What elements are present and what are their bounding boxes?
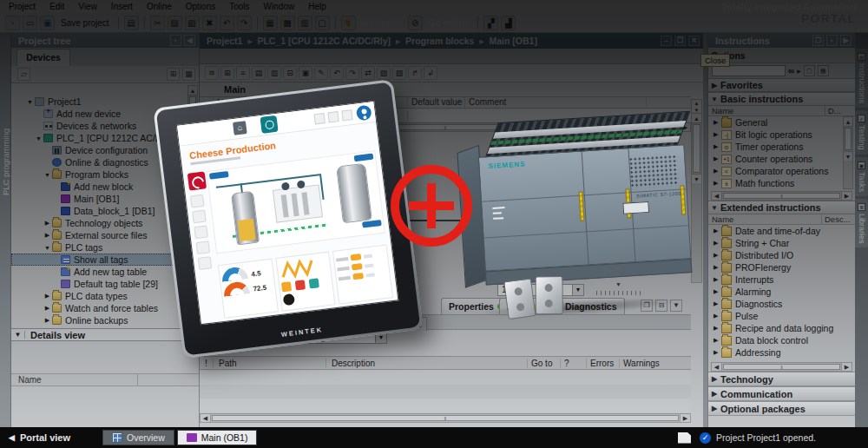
instruction-item[interactable]: -| Bit logic operations (708, 128, 855, 141)
tree-item[interactable]: ▶ Online backups (11, 314, 199, 326)
instruction-item[interactable]: Distributed I/O (708, 249, 855, 261)
severity-column-header[interactable]: ! (200, 359, 214, 368)
expand-all-icon[interactable]: ⊞ (167, 68, 180, 81)
instruction-item[interactable]: Addressing (708, 346, 855, 359)
minimize-icon[interactable]: – (661, 36, 672, 46)
scroll-up-icon[interactable]: ▲ (692, 114, 701, 123)
open-project-icon[interactable]: ▭ (23, 16, 37, 30)
collapsed-section[interactable]: ▶ Technology (708, 372, 855, 386)
delete-icon[interactable]: ✖ (202, 16, 217, 30)
pin-icon[interactable]: ▪ (826, 35, 838, 46)
save-project-label[interactable]: Save project (61, 18, 109, 28)
expander-icon[interactable] (713, 313, 721, 320)
pin-icon[interactable]: ▪ (170, 35, 181, 46)
undo-icon[interactable]: ↶ (220, 16, 234, 30)
expander-icon[interactable] (713, 168, 721, 175)
settings-icon[interactable]: ↲ (424, 66, 437, 80)
favorites-bar-icon[interactable]: ▥ (267, 66, 281, 80)
instruction-item[interactable]: String + Char (708, 237, 855, 249)
warnings-column-header[interactable]: Warnings (620, 359, 691, 368)
block-interface-icon[interactable]: ▤ (252, 66, 266, 80)
tab-overview[interactable]: Overview (102, 430, 174, 445)
expander-icon[interactable] (713, 337, 721, 344)
redo-edit-icon[interactable]: ↷ (345, 66, 359, 80)
menu-item[interactable]: Help (308, 2, 326, 11)
details-view-header[interactable]: ▼ Details view (11, 328, 199, 341)
breakpoint-icon[interactable]: ▨ (392, 66, 406, 80)
add-box-icon[interactable]: ⊞ (220, 66, 234, 80)
comment-column-header[interactable]: Comment (465, 97, 647, 108)
undo-edit-icon[interactable]: ↶ (330, 66, 344, 80)
basic-h-scrollbar[interactable]: ◀ ‖ ▶ (711, 191, 852, 201)
new-project-icon[interactable]: ▫ (5, 16, 20, 30)
scrollbar-thumb[interactable] (845, 128, 852, 150)
expander-icon[interactable]: ▶ (43, 232, 52, 239)
expander-icon[interactable]: ▶ (43, 293, 52, 300)
close-editor-icon[interactable]: ✕ (688, 36, 700, 46)
expander-icon[interactable] (713, 227, 721, 234)
expander-icon[interactable] (713, 252, 721, 259)
menu-item[interactable]: Online (147, 2, 172, 11)
expander-icon[interactable] (713, 180, 721, 187)
scroll-up-icon[interactable]: ▲ (188, 86, 197, 96)
scroll-left-icon[interactable]: ◀ (201, 414, 211, 422)
scroll-left-icon[interactable]: ◀ (712, 192, 722, 200)
instruction-item[interactable]: Date and time-of-day (708, 225, 855, 237)
restore-icon[interactable]: ❐ (674, 36, 686, 46)
absolute-operands-icon[interactable]: ▣ (299, 66, 312, 80)
task-card-tab[interactable]: ≣ Libraries (855, 199, 868, 248)
simulation-icon[interactable]: ▢ (315, 16, 330, 30)
expander-icon[interactable] (713, 300, 721, 307)
chevron-right-icon[interactable]: ▶ (797, 68, 801, 74)
tree-item[interactable]: ▶ Watch and force tables (11, 302, 199, 314)
breadcrumb-item[interactable]: Program blocks (405, 36, 489, 46)
split-view-icon[interactable]: ▲▼ (692, 100, 701, 114)
ladder-icon[interactable]: ≡ (236, 66, 250, 80)
expander-icon[interactable]: ▶ (43, 305, 52, 312)
errors-column-header[interactable]: Errors (587, 359, 620, 368)
expander-icon[interactable] (713, 276, 721, 283)
breadcrumb-item[interactable]: Main [OB1] (489, 36, 536, 46)
go-offline-icon[interactable]: ⊘ (408, 16, 423, 30)
paste-icon[interactable]: ▧ (185, 16, 200, 30)
scrollbar-thumb[interactable]: ‖ (212, 415, 679, 421)
expander-icon[interactable] (713, 155, 721, 162)
filter-view-icon[interactable]: ▢ (804, 65, 815, 76)
menu-item[interactable]: Window (264, 2, 295, 11)
copy-icon[interactable]: ▨ (168, 16, 182, 30)
call-env-icon[interactable]: ⇄ (361, 66, 375, 80)
float-panel-icon[interactable]: ❐ (812, 35, 824, 46)
expander-icon[interactable] (713, 240, 721, 247)
menu-item[interactable]: Options (186, 2, 215, 11)
section-extended-instructions[interactable]: ▼ Extended instructions (708, 201, 855, 214)
chevron-down-icon[interactable]: ▼ (11, 331, 25, 339)
expander-icon[interactable]: ▼ (43, 172, 52, 178)
device-view-icon[interactable]: ▥ (298, 16, 312, 30)
portal-view-button[interactable]: ◀ Portal view (0, 432, 102, 443)
scroll-right-icon[interactable]: ▶ (841, 363, 852, 371)
tree-item[interactable]: Add new tag table (11, 266, 199, 278)
menu-item[interactable]: Insert (111, 2, 133, 11)
expander-icon[interactable]: ▶ (43, 317, 52, 324)
go-online-icon[interactable]: ↯ (341, 16, 356, 30)
monitor-icon[interactable]: ▧ (377, 66, 391, 80)
task-card-tab[interactable]: ▣ Tasks (855, 157, 868, 196)
comment-icon[interactable]: ✎ (314, 66, 328, 80)
name-column[interactable]: Name (708, 106, 825, 115)
collapsed-section[interactable]: ▶ Optional packages (708, 401, 855, 416)
expander-icon[interactable]: ▼ (43, 245, 52, 251)
message-h-scrollbar[interactable]: ◀ ‖ ▶ (200, 413, 691, 423)
scroll-right-icon[interactable]: ▶ (841, 192, 852, 200)
expander-icon[interactable] (713, 288, 721, 295)
instruction-item[interactable]: ⊙ Timer operations (708, 141, 855, 153)
description-column-header[interactable]: Description (326, 359, 528, 368)
section-basic-instructions[interactable]: ▼ Basic instructions (708, 92, 855, 106)
menu-item[interactable]: Tools (229, 2, 249, 11)
print-icon[interactable]: ▤ (124, 16, 139, 30)
scrollbar-thumb[interactable]: ‖ (723, 364, 840, 370)
search-icon[interactable]: ∞ (788, 66, 794, 76)
instruction-item[interactable]: PROFIenergy (708, 261, 855, 273)
go-online-label[interactable]: Go online (362, 18, 402, 28)
instruction-item[interactable]: General (708, 116, 855, 128)
basic-scrollbar[interactable]: ▲ ▼ (843, 116, 853, 189)
